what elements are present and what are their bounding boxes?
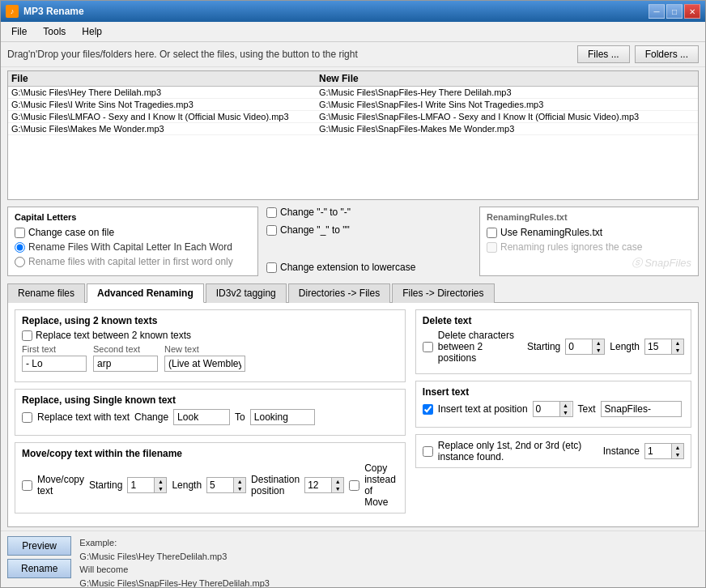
- menu-file[interactable]: File: [4, 23, 34, 40]
- starting-input[interactable]: [128, 478, 154, 492]
- change-extension-label: Change extension to lowercase: [280, 262, 415, 273]
- minimize-button[interactable]: ─: [649, 4, 665, 19]
- delete-title: Delete text: [423, 315, 684, 326]
- new-file-path: G:\Music Files\SnapFiles-Makes Me Wonder…: [319, 124, 695, 134]
- second-text-label: Second text: [93, 344, 158, 354]
- replace-2known-checkbox-row: Replace text between 2 known texts: [22, 330, 398, 341]
- dest-down[interactable]: ▼: [332, 485, 343, 492]
- column-header-file: File: [11, 73, 319, 84]
- second-text-input[interactable]: [93, 356, 158, 372]
- inst-up[interactable]: ▲: [672, 444, 683, 451]
- preview-button[interactable]: Preview: [7, 536, 71, 556]
- title-bar: ♪ MP3 Rename ─ □ ✕: [1, 1, 705, 22]
- first-text-input[interactable]: [22, 356, 87, 372]
- menu-help[interactable]: Help: [74, 23, 109, 40]
- capital-letters-box: Capital Letters Change case on file Rena…: [7, 207, 258, 276]
- del-start-up[interactable]: ▲: [593, 339, 604, 347]
- change-case-checkbox[interactable]: [15, 228, 25, 238]
- insert-text-input[interactable]: [601, 401, 682, 417]
- move-copy-checkbox[interactable]: [22, 480, 32, 491]
- del-start-down[interactable]: ▼: [593, 347, 604, 354]
- tab-id3v2-tagging[interactable]: ID3v2 tagging: [206, 283, 287, 303]
- insert-pos-arrows: ▲ ▼: [559, 402, 572, 416]
- change-underscore-checkbox[interactable]: [266, 225, 277, 236]
- replace-2known-label: Replace text between 2 known texts: [36, 330, 191, 341]
- menu-tools[interactable]: Tools: [36, 23, 73, 40]
- change-case-label: Change case on file: [28, 227, 114, 238]
- delete-starting-arrows: ▲ ▼: [592, 339, 604, 354]
- tab-files-directories[interactable]: Files -> Directories: [392, 283, 494, 303]
- ins-pos-down[interactable]: ▼: [560, 409, 572, 416]
- example-line2: Will become: [79, 563, 270, 577]
- table-row[interactable]: G:\Music Files\Hey There Delilah.mp3 G:\…: [8, 87, 698, 99]
- inst-down[interactable]: ▼: [672, 451, 683, 458]
- move-copy-title: Move/copy text within the filename: [22, 448, 398, 459]
- insert-checkbox[interactable]: [423, 404, 433, 415]
- insert-section: Insert text Insert text at position ▲ ▼: [415, 381, 691, 428]
- use-rules-checkbox[interactable]: [487, 228, 497, 238]
- tab-rename-files[interactable]: Rename files: [7, 283, 85, 303]
- replace-2known-section: Replace, using 2 known texts Replace tex…: [15, 309, 406, 382]
- to-label: To: [235, 411, 245, 423]
- instance-arrows: ▲ ▼: [671, 444, 683, 458]
- change-case-row: Change case on file: [15, 227, 251, 238]
- length-up[interactable]: ▲: [234, 478, 245, 485]
- folders-button[interactable]: Folders ...: [635, 45, 699, 63]
- starting-up[interactable]: ▲: [155, 478, 166, 485]
- table-row[interactable]: G:\Music Files\Makes Me Wonder.mp3 G:\Mu…: [8, 123, 698, 135]
- example-line3: G:\Music Files\SnapFiles-Hey ThereDelila…: [79, 577, 270, 588]
- dest-spinbox: ▲ ▼: [304, 477, 344, 493]
- rename-button[interactable]: Rename: [7, 559, 71, 578]
- rename-each-word-row: Rename Files With Capital Letter In Each…: [15, 241, 251, 253]
- delete-section: Delete text Delete characters between 2 …: [415, 309, 691, 374]
- replace-only-checkbox[interactable]: [423, 446, 433, 457]
- replace-single-checkbox[interactable]: [22, 412, 32, 423]
- del-len-down[interactable]: ▼: [672, 347, 683, 354]
- tabs-area: Rename files Advanced Renaming ID3v2 tag…: [7, 283, 699, 527]
- length-input[interactable]: [207, 478, 233, 492]
- file-path: G:\Music Files\Hey There Delilah.mp3: [11, 87, 319, 97]
- change-dash-checkbox[interactable]: [266, 207, 277, 218]
- rename-each-word-radio[interactable]: [15, 242, 25, 253]
- toolbar: Drag'n'Drop your files/folders here. Or …: [1, 42, 705, 67]
- use-rules-row: Use RenamingRules.txt: [487, 227, 691, 238]
- delete-length-spinbox: ▲ ▼: [644, 339, 684, 355]
- main-window: ♪ MP3 Rename ─ □ ✕ File Tools Help Drag'…: [0, 0, 706, 588]
- tab-directories-files[interactable]: Directories -> Files: [288, 283, 390, 303]
- change-extension-row: Change extension to lowercase: [266, 262, 471, 273]
- ins-pos-up[interactable]: ▲: [560, 402, 572, 409]
- instance-input[interactable]: [645, 444, 671, 458]
- close-button[interactable]: ✕: [684, 4, 700, 19]
- replace-single-label: Replace text with text: [37, 411, 130, 423]
- rename-first-word-radio[interactable]: [15, 257, 25, 267]
- dest-input[interactable]: [305, 478, 331, 492]
- files-button[interactable]: Files ...: [577, 45, 630, 63]
- change-dash-row: Change "-" to "-": [266, 207, 471, 218]
- replace-to-input[interactable]: [250, 409, 315, 425]
- table-row[interactable]: G:\Music Files\LMFAO - Sexy and I Know I…: [8, 111, 698, 123]
- first-text-label: First text: [22, 344, 87, 354]
- starting-down[interactable]: ▼: [155, 485, 166, 492]
- delete-checkbox[interactable]: [423, 342, 433, 352]
- delete-row: Delete characters between 2 positions St…: [423, 330, 684, 364]
- maximize-button[interactable]: □: [666, 4, 683, 19]
- replace-change-input[interactable]: [173, 409, 230, 425]
- replace-inputs-row: First text Second text New text: [22, 344, 398, 372]
- replace-2known-checkbox[interactable]: [22, 330, 32, 341]
- tab-bar: Rename files Advanced Renaming ID3v2 tag…: [7, 283, 699, 302]
- dest-label: Destination position: [251, 474, 300, 496]
- change-extension-checkbox[interactable]: [266, 262, 277, 273]
- tab-advanced-renaming[interactable]: Advanced Renaming: [87, 283, 204, 303]
- insert-pos-input[interactable]: [534, 402, 559, 416]
- delete-starting-input[interactable]: [566, 339, 592, 354]
- del-len-up[interactable]: ▲: [672, 339, 683, 347]
- ignores-case-checkbox[interactable]: [487, 242, 497, 253]
- delete-length-input[interactable]: [645, 339, 671, 354]
- new-text-input[interactable]: [164, 356, 245, 372]
- first-text-col: First text: [22, 344, 87, 372]
- table-row[interactable]: G:\Music Files\I Write Sins Not Tragedie…: [8, 99, 698, 111]
- new-text-label: New text: [164, 344, 245, 354]
- dest-up[interactable]: ▲: [332, 478, 343, 485]
- length-down[interactable]: ▼: [234, 485, 245, 492]
- copy-instead-checkbox[interactable]: [349, 480, 359, 491]
